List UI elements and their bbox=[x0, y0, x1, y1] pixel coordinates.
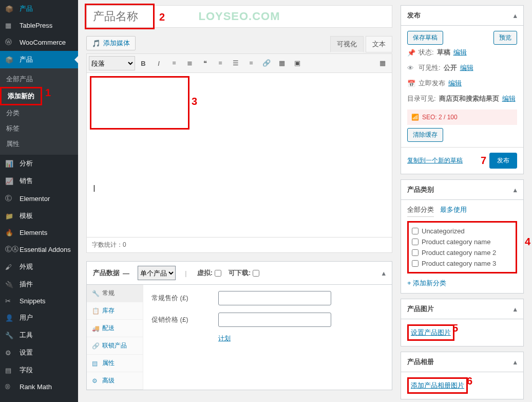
truck-icon: 🚚 bbox=[92, 325, 99, 332]
woo-icon: ⓦ bbox=[5, 38, 15, 47]
regular-price-input[interactable] bbox=[218, 291, 331, 305]
menu-products[interactable]: 📦产品 bbox=[0, 51, 78, 68]
more-button[interactable]: ▦ bbox=[275, 56, 289, 70]
box-icon: 📦 bbox=[5, 56, 15, 64]
pd-tab-shipping[interactable]: 🚚配送 bbox=[87, 320, 143, 337]
scissors-icon: ✂ bbox=[5, 297, 15, 305]
add-gallery-image-link[interactable]: 添加产品相册图片 bbox=[407, 377, 468, 394]
chevron-up-icon[interactable]: ▴ bbox=[514, 305, 517, 313]
menu-essential-addons[interactable]: ⒺⒶEssential Addons bbox=[0, 241, 78, 258]
quote-button[interactable]: ❝ bbox=[198, 56, 212, 70]
editor-body[interactable]: 3 I bbox=[86, 73, 392, 237]
fullscreen-button[interactable]: ▣ bbox=[290, 56, 305, 70]
toggle-icon[interactable]: ▴ bbox=[382, 269, 386, 277]
edit-catalog-link[interactable]: 编辑 bbox=[502, 94, 516, 103]
menu-elementor[interactable]: ⒺElementor bbox=[0, 190, 78, 207]
kitchen-sink-button[interactable]: ▦ bbox=[375, 56, 390, 70]
menu-products-top[interactable]: 📦产品 bbox=[0, 0, 78, 17]
align-center-button[interactable]: ☰ bbox=[229, 56, 243, 70]
menu-settings[interactable]: ⚙设置 bbox=[0, 344, 78, 361]
chevron-up-icon[interactable]: ▴ bbox=[514, 186, 517, 194]
menu-rankmath[interactable]: ®Rank Math bbox=[0, 379, 78, 395]
edit-date-link[interactable]: 编辑 bbox=[448, 79, 462, 88]
pd-tab-general[interactable]: 🔧常规 bbox=[87, 285, 143, 302]
menu-plugins[interactable]: 🔌插件 bbox=[0, 276, 78, 293]
menu-woocommerce[interactable]: ⓦWooCommerce bbox=[0, 33, 78, 51]
cat-tab-most[interactable]: 最多使用 bbox=[440, 205, 467, 217]
menu-fields[interactable]: ▤字段 bbox=[0, 361, 78, 379]
menu-elements[interactable]: 🔥Elements bbox=[0, 225, 78, 241]
bold-button[interactable]: B bbox=[136, 56, 150, 70]
cat-item-1[interactable]: Product category name bbox=[412, 236, 512, 247]
virtual-checkbox[interactable] bbox=[215, 270, 221, 277]
copy-draft-link[interactable]: 复制到一个新的草稿 bbox=[407, 156, 463, 165]
downloadable-checkbox-label[interactable]: 可下载: bbox=[229, 268, 259, 278]
submenu-categories[interactable]: 分类 bbox=[0, 105, 78, 121]
categories-widget: 产品类别▴ 全部分类 最多使用 Uncategorized Product ca… bbox=[401, 179, 524, 294]
pd-tab-advanced[interactable]: ⚙高级 bbox=[87, 372, 143, 390]
schedule-link[interactable]: 计划 bbox=[218, 335, 231, 342]
publish-title: 发布 bbox=[407, 11, 421, 20]
pin-icon: 📌 bbox=[407, 49, 415, 57]
menu-appearance[interactable]: 🖌外观 bbox=[0, 258, 78, 276]
downloadable-checkbox[interactable] bbox=[253, 270, 259, 277]
chart-icon: 📊 bbox=[5, 160, 15, 168]
preview-button[interactable]: 预览 bbox=[493, 31, 517, 45]
product-title-input[interactable] bbox=[86, 5, 392, 28]
menu-templates[interactable]: 📁模板 bbox=[0, 207, 78, 225]
gear-icon: ⚙ bbox=[92, 377, 99, 385]
cat-tab-all[interactable]: 全部分类 bbox=[407, 205, 434, 217]
category-list: Uncategorized Product category name Prod… bbox=[407, 221, 517, 273]
align-left-button[interactable]: ≡ bbox=[213, 56, 227, 70]
ul-button[interactable]: ≡ bbox=[167, 56, 181, 70]
publish-button[interactable]: 发布 bbox=[489, 153, 517, 169]
rankmath-icon: ® bbox=[5, 383, 15, 391]
link-button[interactable]: 🔗 bbox=[259, 56, 274, 70]
submenu-all-products[interactable]: 全部产品 bbox=[0, 71, 78, 87]
format-select[interactable]: 段落 bbox=[89, 56, 135, 70]
virtual-checkbox-label[interactable]: 虚拟: bbox=[197, 268, 221, 278]
chevron-up-icon[interactable]: ▴ bbox=[514, 12, 517, 20]
box-icon: 📦 bbox=[5, 5, 15, 13]
annotation-1: 1 bbox=[45, 87, 51, 99]
menu-tools[interactable]: 🔧工具 bbox=[0, 326, 78, 344]
tab-visual[interactable]: 可视化 bbox=[330, 36, 364, 52]
annotation-3: 3 bbox=[192, 96, 197, 107]
product-image-widget: 产品图片▴ 设置产品图片 5 bbox=[401, 299, 524, 346]
tab-text[interactable]: 文本 bbox=[366, 36, 392, 52]
menu-users[interactable]: 👤用户 bbox=[0, 309, 78, 326]
chevron-up-icon[interactable]: ▴ bbox=[514, 358, 517, 366]
edit-visibility-link[interactable]: 编辑 bbox=[460, 63, 473, 72]
submenu-attributes[interactable]: 属性 bbox=[0, 136, 78, 152]
product-type-select[interactable]: 单个产品 bbox=[138, 266, 176, 280]
pd-tab-linked[interactable]: 🔗联锁产品 bbox=[87, 337, 143, 355]
cat-item-0[interactable]: Uncategorized bbox=[412, 226, 512, 236]
add-category-link[interactable]: + 添加新分类 bbox=[407, 279, 446, 288]
add-media-button[interactable]: 🎵添加媒体 bbox=[86, 36, 136, 50]
menu-analytics[interactable]: 📊分析 bbox=[0, 155, 78, 172]
cat-item-2[interactable]: Product category name 2 bbox=[412, 247, 512, 258]
product-image-title: 产品图片 bbox=[407, 304, 434, 314]
align-right-button[interactable]: ≡ bbox=[244, 56, 258, 70]
pd-tab-inventory[interactable]: 📋库存 bbox=[87, 302, 143, 320]
seo-score: 📶SEO: 2 / 100 bbox=[407, 109, 517, 125]
brush-icon: 🖌 bbox=[5, 263, 15, 271]
elementor-icon: Ⓔ bbox=[5, 194, 15, 203]
submenu-add-new[interactable]: 添加新的 bbox=[0, 87, 42, 105]
menu-sales[interactable]: 📈销售 bbox=[0, 172, 78, 190]
menu-snippets[interactable]: ✂Snippets bbox=[0, 293, 78, 309]
clear-cache-button[interactable]: 清除缓存 bbox=[407, 128, 443, 142]
set-product-image-link[interactable]: 设置产品图片 bbox=[407, 324, 454, 341]
sale-price-input[interactable] bbox=[218, 313, 331, 327]
cat-item-3[interactable]: Product category name 3 bbox=[412, 258, 512, 269]
ol-button[interactable]: ≣ bbox=[182, 56, 197, 70]
eye-icon: 👁 bbox=[407, 64, 415, 72]
save-draft-button[interactable]: 保存草稿 bbox=[407, 31, 443, 45]
edit-status-link[interactable]: 编辑 bbox=[453, 48, 467, 57]
italic-button[interactable]: I bbox=[151, 56, 166, 70]
submenu-tags[interactable]: 标签 bbox=[0, 121, 78, 136]
pd-tab-attributes[interactable]: ▤属性 bbox=[87, 355, 143, 372]
categories-title: 产品类别 bbox=[407, 185, 434, 194]
menu-tablepress[interactable]: ▦TablePress bbox=[0, 17, 78, 33]
editor-footer: 字数统计：0 bbox=[86, 237, 392, 253]
